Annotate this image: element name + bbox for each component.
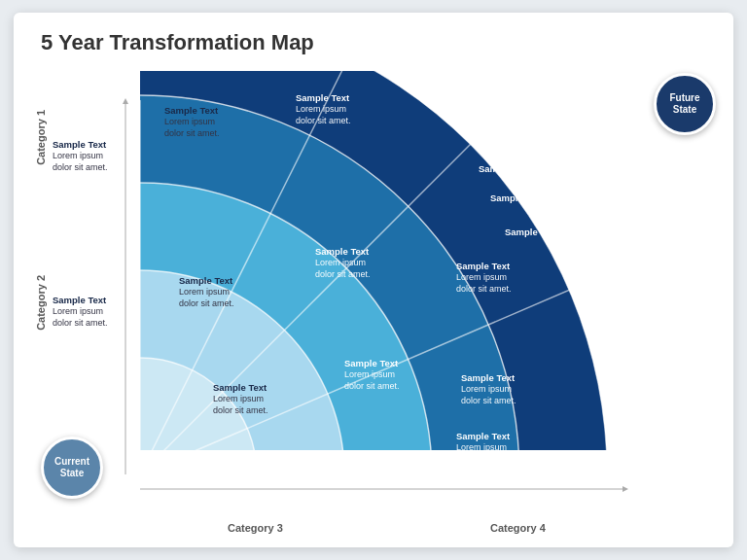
seg-c1-r3: Sample Text Lorem ipsumdolor sit amet. <box>296 92 351 127</box>
seg-c1-r4b: Text <box>529 102 548 114</box>
seg-c1-r1: Sample Text Lorem ipsumdolor sit amet. <box>53 139 108 174</box>
seg-c12-r4a: Sample Text <box>479 163 532 175</box>
seg-c3-r2: Sample Text Lorem ipsumdolor sit amet. <box>213 382 268 417</box>
seg-c12-r4c: Sample Text <box>505 227 558 238</box>
seg-c2-r2: Sample Text Lorem ipsumdolor sit amet. <box>179 275 234 310</box>
svg-marker-7 <box>622 486 628 492</box>
svg-marker-9 <box>123 98 128 104</box>
seg-c2-r4: Sample Text Lorem ipsumdolor sit amet. <box>456 261 512 296</box>
seg-c1-r4d: Text <box>529 142 548 154</box>
seg-c3-r3: Sample Text Lorem ipsumdolor sit amet. <box>344 358 400 393</box>
slide: 5 Year Transformation Map <box>14 13 733 547</box>
diagram-svg <box>14 71 733 538</box>
seg-c3-r4: Sample Text Lorem ipsumdolor sit amet. <box>461 372 516 407</box>
current-state-circle: Current State <box>41 437 103 499</box>
page-title: 5 Year Transformation Map <box>41 30 314 55</box>
future-state-circle: Future State <box>654 73 716 135</box>
seg-c12-r4b: Sample Text <box>490 192 544 204</box>
seg-c1-r2: Sample Text Lorem ipsumdolor sit amet. <box>164 105 220 140</box>
category2-label: Category 2 <box>35 275 47 331</box>
seg-c4-r4: Sample Text Lorem ipsumdolor sit amet. <box>456 431 512 466</box>
category3-label: Category 3 <box>228 522 283 534</box>
seg-c1-r4a: Sample Text <box>432 88 485 100</box>
seg-c1-r4c: Text <box>529 124 548 136</box>
category1-label: Category 1 <box>35 110 47 165</box>
seg-c2-r1: Sample Text Lorem ipsumdolor sit amet. <box>53 295 108 330</box>
category4-label: Category 4 <box>490 522 546 534</box>
seg-c2-r3: Sample Text Lorem ipsumdolor sit amet. <box>315 246 371 281</box>
